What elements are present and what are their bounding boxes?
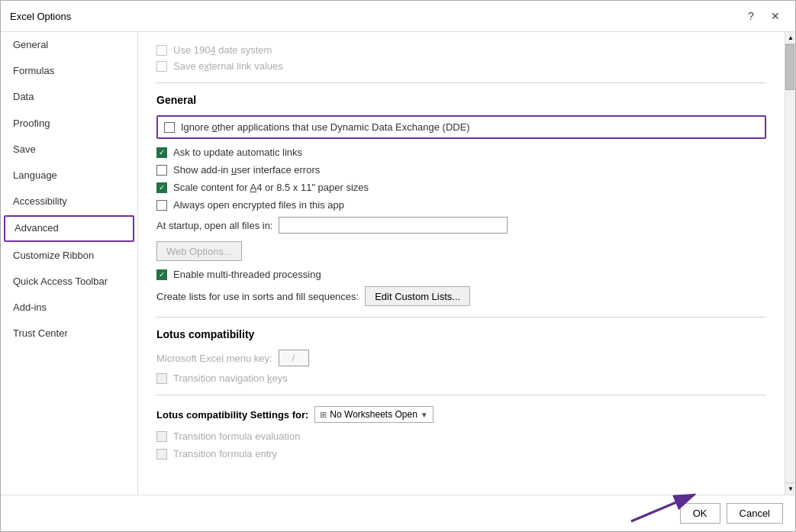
cancel-button[interactable]: Cancel <box>727 503 783 524</box>
save-external-label: Save external link values <box>173 60 283 72</box>
lotus-settings-dropdown-text: No Worksheets Open <box>330 409 417 420</box>
enable-threading-row: ✓ Enable multi-threaded processing <box>156 269 766 280</box>
menu-key-input[interactable] <box>279 350 309 366</box>
show-addin-label: Show add-in user interface errors <box>173 164 320 176</box>
ask-update-label: Ask to update automatic links <box>173 147 302 158</box>
transition-nav-label: Transition navigation keys <box>173 372 288 384</box>
menu-key-row: Microsoft Excel menu key: <box>156 350 766 366</box>
show-addin-row: Show add-in user interface errors <box>156 164 766 176</box>
sidebar-item-accessibility[interactable]: Accessibility <box>1 189 137 214</box>
worksheet-icon: ⊞ <box>320 410 327 420</box>
section-divider-1 <box>156 82 766 83</box>
lotus-settings-label: Lotus compatibility Settings for: <box>156 409 308 421</box>
scale-a4-label: Scale content for A4 or 8.5 x 11" paper … <box>173 182 369 193</box>
create-lists-label: Create lists for use in sorts and fill s… <box>156 291 359 302</box>
title-bar: Excel Options ? ✕ <box>1 1 795 32</box>
main-content: Use 1904 date system Save external link … <box>138 32 785 495</box>
close-button[interactable]: ✕ <box>765 7 786 25</box>
lotus-settings-dropdown[interactable]: ⊞ No Worksheets Open ▼ <box>314 406 433 423</box>
section-divider-2 <box>156 317 766 318</box>
sidebar-item-proofing[interactable]: Proofing <box>1 111 137 137</box>
sidebar-item-add-ins[interactable]: Add-ins <box>1 295 137 321</box>
ignore-dde-row: Ignore other applications that use Dynam… <box>156 115 766 139</box>
dialog-body: GeneralFormulasDataProofingSaveLanguageA… <box>1 32 795 495</box>
excel-options-dialog: Excel Options ? ✕ GeneralFormulasDataPro… <box>0 0 796 532</box>
sidebar: GeneralFormulasDataProofingSaveLanguageA… <box>1 32 138 495</box>
section-divider-3 <box>156 395 766 395</box>
sidebar-item-general[interactable]: General <box>1 32 137 58</box>
use-1904-label: Use 1904 date system <box>173 44 272 56</box>
dialog-title: Excel Options <box>10 11 71 22</box>
content-area: Use 1904 date system Save external link … <box>138 32 785 478</box>
sidebar-item-formulas[interactable]: Formulas <box>1 58 137 84</box>
sidebar-item-save[interactable]: Save <box>1 137 137 163</box>
transition-formula-eval-row: Transition formula evaluation <box>156 430 766 442</box>
ask-update-row: ✓ Ask to update automatic links <box>156 147 766 158</box>
use-1904-row: Use 1904 date system <box>156 44 766 56</box>
sidebar-item-customize-ribbon[interactable]: Customize Ribbon <box>1 243 137 269</box>
sidebar-item-language[interactable]: Language <box>1 163 137 189</box>
menu-key-label: Microsoft Excel menu key: <box>156 353 272 364</box>
show-addin-checkbox[interactable] <box>156 165 167 176</box>
open-encrypted-row: Always open encrypted files in this app <box>156 199 766 211</box>
lotus-section-title: Lotus compatibility <box>156 328 766 340</box>
web-options-container: Web Options... <box>156 241 766 261</box>
sidebar-item-trust-center[interactable]: Trust Center <box>1 321 137 347</box>
startup-row: At startup, open all files in: <box>156 217 766 234</box>
general-section-title: General <box>156 94 766 106</box>
startup-label: At startup, open all files in: <box>156 220 272 231</box>
web-options-button[interactable]: Web Options... <box>156 241 242 261</box>
ok-button[interactable]: OK <box>680 503 720 524</box>
create-lists-row: Create lists for use in sorts and fill s… <box>156 286 766 306</box>
enable-threading-checkbox[interactable]: ✓ <box>156 269 167 280</box>
use-1904-checkbox[interactable] <box>156 45 167 56</box>
open-encrypted-label: Always open encrypted files in this app <box>173 199 344 211</box>
help-button[interactable]: ? <box>740 7 762 25</box>
edit-custom-button[interactable]: Edit Custom Lists... <box>365 286 470 306</box>
ask-update-checkbox[interactable]: ✓ <box>156 147 167 158</box>
scroll-up-arrow[interactable]: ▲ <box>785 32 795 44</box>
scale-a4-row: ✓ Scale content for A4 or 8.5 x 11" pape… <box>156 182 766 193</box>
ignore-dde-checkbox[interactable] <box>164 122 175 133</box>
scroll-thumb[interactable] <box>785 44 794 90</box>
sidebar-item-data[interactable]: Data <box>1 84 137 110</box>
save-external-checkbox[interactable] <box>156 61 167 72</box>
transition-formula-eval-label: Transition formula evaluation <box>173 430 300 442</box>
lotus-settings-row: Lotus compatibility Settings for: ⊞ No W… <box>156 406 766 423</box>
enable-threading-label: Enable multi-threaded processing <box>173 269 321 280</box>
scrollbar: ▲ ▼ <box>785 32 795 495</box>
title-bar-controls: ? ✕ <box>740 7 786 25</box>
startup-input[interactable] <box>279 217 508 234</box>
scale-a4-checkbox[interactable]: ✓ <box>156 182 167 193</box>
transition-formula-entry-checkbox[interactable] <box>156 449 167 459</box>
chevron-down-icon: ▼ <box>421 411 428 419</box>
sidebar-item-advanced[interactable]: Advanced <box>4 215 134 241</box>
transition-nav-row: Transition navigation keys <box>156 372 766 384</box>
scroll-track <box>785 44 795 482</box>
transition-formula-eval-checkbox[interactable] <box>156 431 167 442</box>
transition-formula-entry-row: Transition formula entry <box>156 448 766 459</box>
sidebar-item-quick-access[interactable]: Quick Access Toolbar <box>1 269 137 295</box>
footer: OK Cancel <box>1 495 795 531</box>
open-encrypted-checkbox[interactable] <box>156 200 167 211</box>
transition-nav-checkbox[interactable] <box>156 373 167 384</box>
save-external-row: Save external link values <box>156 60 766 72</box>
transition-formula-entry-label: Transition formula entry <box>173 448 277 459</box>
scroll-down-arrow[interactable]: ▼ <box>785 482 795 495</box>
ignore-dde-label: Ignore other applications that use Dynam… <box>181 121 470 133</box>
